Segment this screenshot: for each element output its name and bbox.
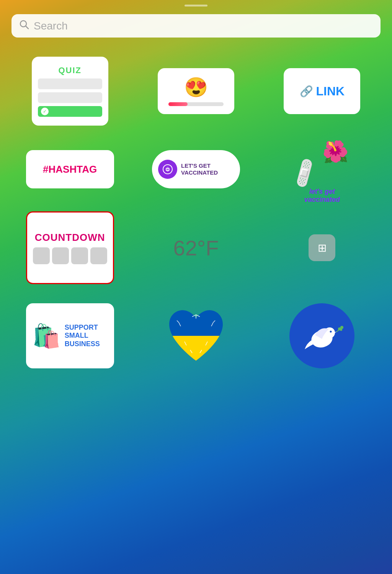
search-icon — [19, 20, 29, 32]
link-text: 🔗 LINK — [300, 84, 345, 98]
svg-line-1 — [26, 26, 28, 29]
vaccinated-graphic-sticker[interactable]: 🌺 🩹 let's getvaccinated — [284, 135, 360, 204]
countdown-boxes — [33, 247, 107, 264]
hashtag-text: #HASHTAG — [43, 164, 97, 175]
slider-fill — [168, 102, 188, 106]
link-sticker[interactable]: 🔗 LINK — [284, 68, 360, 114]
bandage-graphic: 🌺 🩹 — [291, 139, 353, 185]
quiz-check-icon: ✓ — [41, 108, 49, 115]
quiz-option-selected: ✓ — [38, 106, 102, 117]
temperature-sticker[interactable]: 62°F — [173, 235, 219, 260]
support-small-business-sticker[interactable]: 🛍️ SUPPORT SMALL BUSINESS — [26, 303, 114, 368]
search-bar[interactable]: Search — [11, 14, 381, 38]
bottom-sticker-grid: 🛍️ SUPPORT SMALL BUSINESS — [0, 296, 392, 380]
quiz-sticker[interactable]: QUIZ ✓ — [32, 57, 108, 126]
vaccinated-sticker-text: let's getvaccinated — [304, 188, 340, 204]
countdown-box-4 — [90, 247, 107, 264]
vaccinated-button-sticker[interactable]: LET'S GETVACCINATED — [152, 150, 240, 188]
svg-point-22 — [330, 331, 332, 333]
countdown-box-1 — [33, 247, 50, 264]
countdown-box-3 — [71, 247, 88, 264]
handle-bar — [185, 5, 207, 7]
bandaid-icon: 🩹 — [287, 155, 322, 190]
peace-dove-sticker[interactable] — [289, 303, 354, 368]
countdown-row: COUNTDOWN 62°F ⊞ — [0, 211, 392, 284]
quiz-title: QUIZ — [58, 65, 82, 75]
countdown-title: COUNTDOWN — [35, 232, 105, 244]
slider-sticker[interactable]: 😍 — [158, 68, 234, 114]
plus-icon: ⊞ — [318, 242, 327, 254]
hashtag-sticker[interactable]: #HASHTAG — [26, 150, 114, 188]
ukraine-heart-sticker[interactable] — [162, 303, 230, 368]
vaccinated-button-text: LET'S GETVACCINATED — [181, 162, 218, 176]
dove-svg — [299, 313, 345, 359]
flower-icon: 🌺 — [322, 139, 349, 164]
search-placeholder: Search — [34, 20, 68, 32]
sticker-grid: QUIZ ✓ 😍 🔗 LINK #HASHTAG — [0, 41, 392, 211]
ukraine-heart-svg — [165, 307, 227, 365]
shopping-bag-icon: 🛍️ — [32, 322, 61, 350]
heart-eyes-emoji: 😍 — [184, 76, 208, 98]
slider-track — [168, 102, 224, 106]
support-text: SUPPORT SMALL BUSINESS — [65, 324, 108, 348]
add-sticker-button[interactable]: ⊞ — [309, 234, 335, 261]
svg-point-20 — [340, 326, 343, 329]
svg-point-21 — [340, 329, 342, 331]
vaccinated-icon — [158, 160, 177, 179]
quiz-option-1 — [38, 78, 102, 89]
svg-rect-3 — [165, 336, 227, 365]
temperature-value: 62°F — [173, 236, 219, 260]
countdown-sticker[interactable]: COUNTDOWN — [26, 211, 114, 284]
chain-icon: 🔗 — [300, 85, 313, 98]
quiz-option-2 — [38, 92, 102, 103]
countdown-box-2 — [52, 247, 69, 264]
